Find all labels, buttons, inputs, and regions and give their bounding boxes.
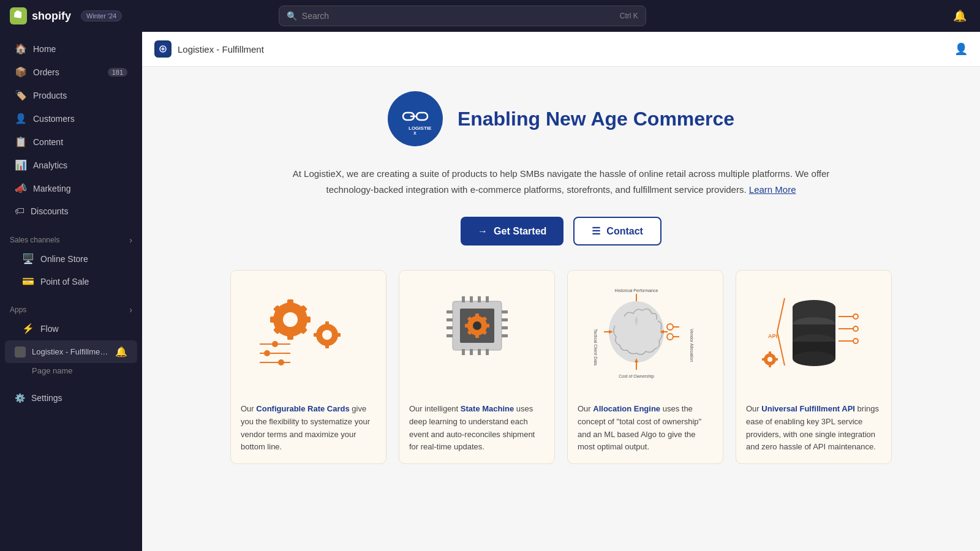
card-body-allocation: Our Allocation Engine uses the concept o… <box>568 393 723 463</box>
analytics-icon: 📊 <box>15 159 27 171</box>
card-state-machine: Our intelligent State Machine uses deep … <box>399 270 555 464</box>
sidebar-item-label: Discounts <box>31 206 68 216</box>
card-description: Our Allocation Engine uses the concept o… <box>578 403 713 454</box>
contact-button[interactable]: ☰ Contact <box>573 217 662 246</box>
feature-cards: Our Configurable Rate Cards give you the… <box>230 270 892 464</box>
user-icon[interactable]: 👤 <box>954 42 968 56</box>
svg-point-81 <box>793 351 835 366</box>
svg-point-90 <box>767 357 772 362</box>
content-header: Logistiex - Fulfillment 👤 <box>142 32 980 67</box>
sidebar-item-label: Home <box>33 44 56 54</box>
sidebar-item-logistiex[interactable]: Logistiex - Fulfillment ... 🔔 <box>5 340 137 363</box>
rate-cards-link[interactable]: Configurable Rate Cards <box>256 404 349 413</box>
fulfillment-api-link[interactable]: Universal Fulfillment API <box>761 404 855 413</box>
sidebar-item-marketing[interactable]: 📣 Marketing <box>5 177 137 200</box>
card-allocation-engine: Historical Performance Tactical Client D… <box>567 270 723 464</box>
app-notification-icon: 🔔 <box>115 346 127 358</box>
allocation-engine-link[interactable]: Allocation Engine <box>593 404 660 413</box>
card-image-state-machine <box>399 271 554 393</box>
svg-point-87 <box>853 339 858 343</box>
sidebar: 🏠 Home 📦 Orders 181 🏷️ Products 👤 Custom… <box>0 32 142 551</box>
products-icon: 🏷️ <box>15 89 27 101</box>
brain-illustration: Historical Performance Tactical Client D… <box>590 283 701 381</box>
sidebar-item-settings[interactable]: ⚙️ Settings <box>5 388 137 408</box>
sidebar-item-content[interactable]: 📋 Content <box>5 130 137 153</box>
sidebar-item-label: Analytics <box>33 160 67 170</box>
page-name-item: Page name <box>0 364 142 378</box>
state-machine-link[interactable]: State Machine <box>461 404 514 413</box>
apps-header[interactable]: Apps › <box>0 298 142 317</box>
svg-rect-94 <box>762 358 765 361</box>
sidebar-item-customers[interactable]: 👤 Customers <box>5 107 137 130</box>
shopify-logo: shopify <box>10 7 71 24</box>
card-description: Our Universal Fulfillment API brings eas… <box>746 403 881 454</box>
flow-icon: ⚡ <box>22 323 34 334</box>
sales-channels-label: Sales channels <box>10 236 59 244</box>
sidebar-item-label: Content <box>33 137 63 147</box>
content-icon: 📋 <box>15 136 27 148</box>
svg-rect-93 <box>775 358 778 361</box>
svg-point-30 <box>278 359 284 365</box>
sidebar-item-online-store[interactable]: 🖥️ Online Store <box>5 248 137 269</box>
svg-text:API: API <box>768 333 777 339</box>
sidebar-item-products[interactable]: 🏷️ Products <box>5 84 137 107</box>
settings-icon: ⚙️ <box>15 393 25 403</box>
search-bar[interactable]: 🔍 Ctrl K <box>279 6 646 26</box>
sidebar-item-label: Customers <box>33 114 75 124</box>
svg-rect-92 <box>769 364 771 367</box>
svg-rect-24 <box>314 333 318 337</box>
sidebar-item-home[interactable]: 🏠 Home <box>5 37 137 60</box>
content-body: LOGISTIE X Enabling New Age Commerce At … <box>194 67 929 489</box>
svg-rect-37 <box>486 324 489 328</box>
get-started-button[interactable]: → Get Started <box>461 217 564 246</box>
svg-point-85 <box>853 326 858 331</box>
svg-text:Historical Performance: Historical Performance <box>614 288 658 293</box>
search-input[interactable] <box>302 11 615 21</box>
app-logo-small <box>154 40 172 58</box>
svg-rect-52 <box>447 318 453 321</box>
card-rate-cards: Our Configurable Rate Cards give you the… <box>230 270 386 464</box>
sidebar-item-orders[interactable]: 📦 Orders 181 <box>5 61 137 83</box>
shopify-icon <box>10 7 27 24</box>
svg-point-34 <box>473 321 481 330</box>
sidebar-item-analytics[interactable]: 📊 Analytics <box>5 154 137 176</box>
sidebar-item-label: Orders <box>33 67 59 77</box>
notification-bell[interactable]: 🔔 <box>949 6 970 26</box>
card-image-allocation: Historical Performance Tactical Client D… <box>568 271 723 393</box>
sidebar-item-point-of-sale[interactable]: 💳 Point of Sale <box>5 271 137 292</box>
topbar: shopify Winter '24 🔍 Ctrl K 🔔 <box>0 0 980 32</box>
sidebar-item-flow[interactable]: ⚡ Flow <box>5 318 137 339</box>
chip-illustration <box>422 283 532 381</box>
apps-label: Apps <box>10 305 26 314</box>
winter-badge: Winter '24 <box>81 10 122 21</box>
svg-rect-12 <box>287 334 293 340</box>
hero-logo: LOGISTIE X <box>388 91 443 146</box>
card-image-api: API <box>736 271 891 393</box>
sidebar-item-label: Settings <box>31 393 62 403</box>
chevron-icon: › <box>129 305 132 315</box>
discounts-icon: 🏷 <box>15 206 24 217</box>
sidebar-item-label: Flow <box>40 324 59 334</box>
svg-rect-13 <box>304 317 311 323</box>
svg-rect-14 <box>270 317 276 323</box>
orders-badge: 181 <box>108 68 127 77</box>
database-illustration: API <box>759 283 869 381</box>
svg-rect-54 <box>447 334 453 337</box>
svg-rect-57 <box>502 326 508 329</box>
learn-more-link[interactable]: Learn More <box>749 184 796 195</box>
search-icon: 🔍 <box>287 11 297 21</box>
sidebar-item-label: Online Store <box>40 254 88 264</box>
svg-rect-50 <box>486 349 489 355</box>
contact-icon: ☰ <box>592 225 600 237</box>
sales-channels-header[interactable]: Sales channels › <box>0 228 142 247</box>
main-layout: 🏠 Home 📦 Orders 181 🏷️ Products 👤 Custom… <box>0 32 980 551</box>
svg-rect-11 <box>287 299 293 305</box>
svg-rect-47 <box>462 349 465 355</box>
card-fulfillment-api: API <box>736 270 892 464</box>
gear-illustration <box>254 283 364 381</box>
svg-point-70 <box>667 334 673 340</box>
sidebar-item-discounts[interactable]: 🏷 Discounts <box>5 200 137 222</box>
page-title: Logistiex - Fulfillment <box>178 44 264 54</box>
svg-rect-35 <box>475 313 479 317</box>
card-image-rate-cards <box>231 271 386 393</box>
